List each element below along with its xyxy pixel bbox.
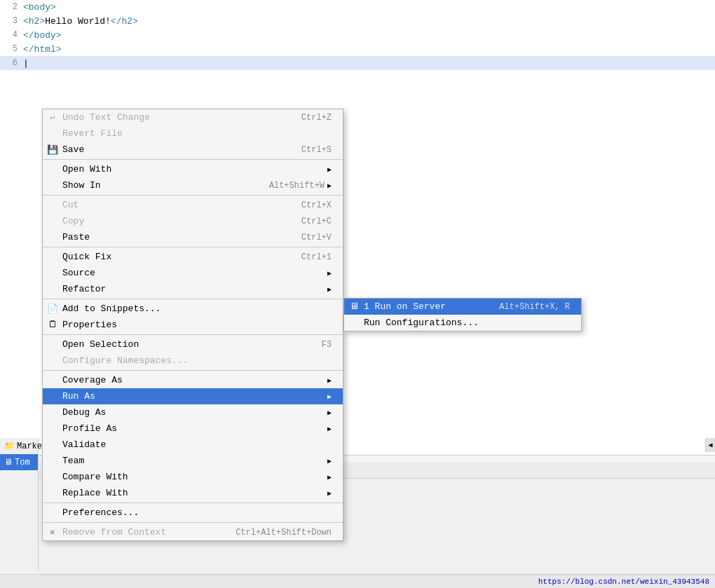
- team-label: Team: [62, 456, 325, 466]
- show-in-label: Show In: [62, 180, 255, 191]
- line-number-4: 4: [0, 30, 18, 40]
- sidebar-panel: 📁 Marke 🖥 Tom: [0, 438, 39, 571]
- separator-5: [43, 334, 343, 335]
- sidebar-item-marke-label: Marke: [17, 442, 42, 451]
- code-content-3: <h2>Hello World!</h2>: [23, 16, 138, 27]
- project-icon: 📁: [4, 441, 15, 451]
- status-url[interactable]: https://blog.csdn.net/weixin_43943548: [538, 577, 709, 586]
- undo-text-change-label: Undo Text Change: [62, 112, 287, 123]
- compare-with-arrow: ▶: [327, 473, 332, 481]
- refactor-arrow: ▶: [327, 285, 332, 294]
- refactor-label: Refactor: [62, 284, 325, 294]
- context-menu: ↩ Undo Text Change Ctrl+Z Revert File 💾 …: [42, 109, 343, 541]
- paste-shortcut: Ctrl+V: [301, 233, 332, 242]
- open-with-arrow: ▶: [327, 165, 332, 174]
- submenu-item-run-configurations[interactable]: Run Configurations...: [344, 315, 581, 331]
- sidebar-item-tom[interactable]: 🖥 Tom: [0, 454, 38, 470]
- show-in-shortcut: Alt+Shift+W: [269, 181, 325, 191]
- source-arrow: ▶: [327, 269, 332, 278]
- cut-label: Cut: [62, 200, 287, 210]
- menu-item-revert-file[interactable]: Revert File: [43, 125, 343, 142]
- menu-item-open-with[interactable]: Open With ▶: [43, 161, 343, 177]
- sidebar-item-tom-label: Tom: [15, 458, 30, 467]
- code-content-4: </body>: [23, 30, 62, 41]
- scroll-indicator[interactable]: ◀: [705, 438, 715, 452]
- replace-with-label: Replace With: [62, 488, 325, 498]
- menu-item-profile-as[interactable]: Profile As ▶: [43, 421, 343, 437]
- menu-item-show-in[interactable]: Show In Alt+Shift+W ▶: [43, 177, 343, 193]
- menu-item-paste[interactable]: Paste Ctrl+V: [43, 229, 343, 245]
- code-content-6: |: [23, 58, 29, 69]
- run-on-server-label: 1 Run on Server: [364, 301, 446, 312]
- undo-text-change-shortcut: Ctrl+Z: [301, 113, 332, 123]
- copy-label: Copy: [62, 216, 287, 226]
- line-number-5: 5: [0, 44, 18, 54]
- team-arrow: ▶: [327, 457, 332, 465]
- code-line-5: 5 </html>: [0, 42, 715, 56]
- menu-item-properties[interactable]: 🗒 Properties: [43, 317, 343, 333]
- profile-as-label: Profile As: [62, 423, 325, 434]
- code-line-2: 2 <body>: [0, 0, 715, 14]
- undo-icon: ↩: [47, 112, 58, 123]
- menu-item-undo-text-change[interactable]: ↩ Undo Text Change Ctrl+Z: [43, 109, 343, 125]
- menu-item-debug-as[interactable]: Debug As ▶: [43, 404, 343, 421]
- menu-item-preferences[interactable]: Preferences...: [43, 505, 343, 521]
- menu-item-team[interactable]: Team ▶: [43, 453, 343, 469]
- menu-item-refactor[interactable]: Refactor ▶: [43, 281, 343, 297]
- menu-item-replace-with[interactable]: Replace With ▶: [43, 485, 343, 501]
- replace-with-arrow: ▶: [327, 489, 332, 498]
- menu-item-quick-fix[interactable]: Quick Fix Ctrl+1: [43, 249, 343, 265]
- run-as-arrow: ▶: [327, 392, 332, 401]
- submenu-run-as: 🖥 1 Run on Server Alt+Shift+X, R Run Con…: [343, 298, 582, 331]
- coverage-as-label: Coverage As: [62, 375, 325, 385]
- code-line-4: 4 </body>: [0, 28, 715, 42]
- snippet-icon: 📄: [47, 303, 58, 315]
- menu-item-save[interactable]: 💾 Save Ctrl+S: [43, 142, 343, 158]
- line-number-3: 3: [0, 16, 18, 26]
- menu-item-add-to-snippets[interactable]: 📄 Add to Snippets...: [43, 301, 343, 317]
- code-content-2: <body>: [23, 2, 56, 13]
- separator-2: [43, 195, 343, 196]
- sidebar-item-marke[interactable]: 📁 Marke: [0, 438, 38, 454]
- menu-item-configure-namespaces[interactable]: Configure Namespaces...: [43, 353, 343, 369]
- copy-shortcut: Ctrl+C: [301, 217, 332, 226]
- remove-icon: ✖: [47, 527, 58, 538]
- menu-item-cut[interactable]: Cut Ctrl+X: [43, 197, 343, 213]
- menu-item-copy[interactable]: Copy Ctrl+C: [43, 213, 343, 229]
- menu-item-open-selection[interactable]: Open Selection F3: [43, 336, 343, 353]
- coverage-as-arrow: ▶: [327, 376, 332, 385]
- status-bar: https://blog.csdn.net/weixin_43943548: [0, 574, 715, 588]
- menu-item-run-as[interactable]: Run As ▶: [43, 388, 343, 404]
- save-label: Save: [62, 144, 287, 155]
- submenu-item-run-on-server[interactable]: 🖥 1 Run on Server Alt+Shift+X, R: [344, 299, 581, 315]
- add-to-snippets-label: Add to Snippets...: [62, 303, 332, 314]
- code-line-3: 3 <h2>Hello World!</h2>: [0, 14, 715, 28]
- code-content-5: </html>: [23, 44, 62, 55]
- run-as-label: Run As: [62, 391, 325, 402]
- menu-item-source[interactable]: Source ▶: [43, 265, 343, 281]
- preferences-label: Preferences...: [62, 507, 332, 518]
- validate-label: Validate: [62, 439, 332, 450]
- menu-item-coverage-as[interactable]: Coverage As ▶: [43, 372, 343, 388]
- server-icon: 🖥: [4, 457, 13, 467]
- separator-4: [43, 299, 343, 299]
- code-line-6: 6 |: [0, 56, 715, 70]
- remove-from-context-shortcut: Ctrl+Alt+Shift+Down: [236, 528, 332, 538]
- run-configurations-label: Run Configurations...: [364, 317, 479, 328]
- menu-item-remove-from-context[interactable]: ✖ Remove from Context Ctrl+Alt+Shift+Dow…: [43, 524, 343, 540]
- menu-item-compare-with[interactable]: Compare With ▶: [43, 469, 343, 485]
- revert-file-label: Revert File: [62, 128, 332, 139]
- profile-as-arrow: ▶: [327, 425, 332, 433]
- quick-fix-shortcut: Ctrl+1: [301, 252, 332, 262]
- menu-item-validate[interactable]: Validate: [43, 437, 343, 453]
- configure-namespaces-label: Configure Namespaces...: [62, 355, 332, 366]
- separator-6: [43, 370, 343, 371]
- run-server-icon: 🖥: [348, 301, 360, 313]
- remove-from-context-label: Remove from Context: [62, 527, 222, 538]
- open-with-label: Open With: [62, 164, 325, 175]
- run-on-server-shortcut: Alt+Shift+X, R: [499, 302, 570, 312]
- cut-shortcut: Ctrl+X: [301, 200, 332, 210]
- show-in-arrow: ▶: [327, 182, 332, 190]
- quick-fix-label: Quick Fix: [62, 252, 287, 262]
- line-number-6: 6: [0, 58, 18, 68]
